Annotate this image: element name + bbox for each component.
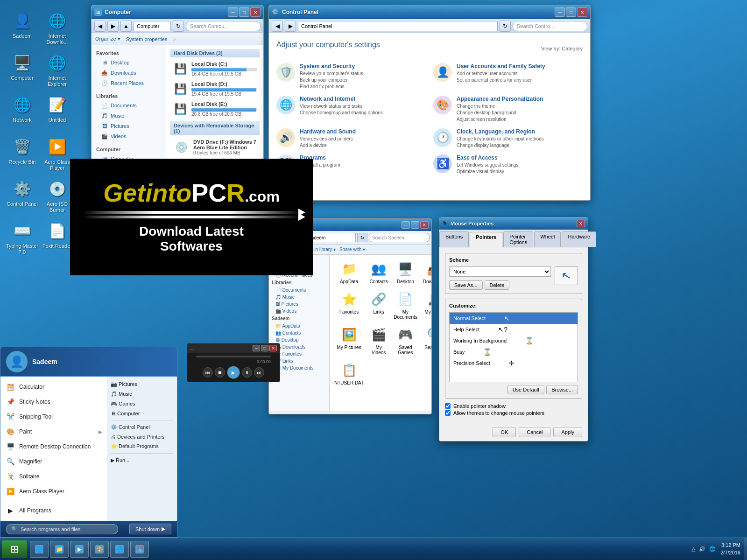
- system-security-link3[interactable]: Find and fix problems: [300, 84, 363, 90]
- fb-lib-videos[interactable]: 🎬 Videos: [269, 308, 329, 315]
- search-box[interactable]: Search Compu...: [186, 21, 261, 31]
- fb-file-mymusic[interactable]: 🎵 My Music: [421, 288, 431, 322]
- clock-title[interactable]: Clock, Language, and Region: [457, 128, 544, 135]
- desktop-icon-aero-player[interactable]: ▶️ Aero Glass Player: [40, 135, 75, 171]
- cp-maximize-btn[interactable]: □: [566, 7, 576, 17]
- desktop-icon-cp[interactable]: ⚙️ Control Panel: [5, 177, 40, 207]
- computer-minimize-btn[interactable]: ─: [228, 7, 238, 17]
- start-right-cp[interactable]: ⚙️ Control Panel: [107, 422, 177, 432]
- appearance-link2[interactable]: Change desktop background: [457, 110, 543, 116]
- computer-close-btn[interactable]: ✕: [250, 7, 261, 17]
- fb-minimize-btn[interactable]: ─: [402, 221, 410, 229]
- sidebar-pictures[interactable]: 🖼Pictures: [92, 121, 166, 131]
- cancel-btn[interactable]: Cancel: [519, 427, 550, 437]
- appearance-title[interactable]: Appearance and Personalization: [457, 96, 543, 102]
- fb-file-mydocs[interactable]: 📄 My Documents: [392, 288, 419, 322]
- desktop-icon-typing[interactable]: ⌨️ Typing Master 7.0: [5, 219, 40, 255]
- start-sticky-notes[interactable]: 📌 Sticky Notes: [0, 394, 107, 409]
- tray-network-icon[interactable]: 🌐: [709, 546, 716, 552]
- fb-maximize-btn[interactable]: □: [411, 221, 419, 229]
- forward-btn[interactable]: ▶: [107, 21, 119, 32]
- drive-d[interactable]: 💾 Local Disk (D:) 19.4 GB free of 19.5 G…: [170, 79, 260, 98]
- desktop-icon-network[interactable]: 🌐 Network: [5, 93, 40, 123]
- drive-c[interactable]: 💾 Local Disk (C:) 16.4 GB free of 19.5 G…: [170, 59, 260, 78]
- start-right-defaults[interactable]: ⭐ Default Programs: [107, 441, 177, 451]
- cursor-help-select[interactable]: Help Select ↖?: [450, 324, 578, 335]
- cp-address-bar[interactable]: Control Panel: [298, 21, 498, 31]
- fb-file-myvideos[interactable]: 🎬 My Videos: [367, 323, 390, 357]
- computer-maximize-btn[interactable]: □: [239, 7, 249, 17]
- start-aero-glass-player[interactable]: ▶️ Aero Glass Player: [0, 484, 107, 499]
- mouse-dialog-titlebar[interactable]: 🖱 Mouse Properties ✕: [439, 217, 588, 230]
- desktop-icon-aero-iso[interactable]: 💿 Aero ISO Burner: [40, 177, 75, 213]
- start-right-games[interactable]: 🎮 Games: [107, 399, 177, 409]
- up-btn[interactable]: ▲: [120, 21, 132, 32]
- ease-link1[interactable]: Let Windows suggest settings: [457, 162, 518, 168]
- mp-pause-btn[interactable]: ⏸: [242, 367, 252, 378]
- cursor-normal-select[interactable]: Normal Select ↖: [450, 313, 578, 324]
- sidebar-desktop[interactable]: 🖥Desktop: [92, 57, 166, 68]
- delete-btn[interactable]: Delete: [485, 280, 510, 290]
- fb-search-box[interactable]: Search Sadeem: [369, 233, 430, 242]
- system-props-btn[interactable]: System properties: [126, 36, 168, 42]
- system-security-link2[interactable]: Back up your computer: [300, 77, 363, 84]
- start-remote-desktop[interactable]: 🖥️ Remote Desktop Connection: [0, 439, 107, 454]
- use-default-btn[interactable]: Use Default: [507, 385, 544, 394]
- organize-btn[interactable]: Organize ▾: [95, 36, 120, 42]
- fb-file-desktop[interactable]: 🖥️ Desktop: [392, 258, 419, 286]
- desktop-icon-recycle[interactable]: 🗑️ Recycle Bin: [5, 135, 40, 165]
- mp-min-btn[interactable]: ─: [253, 345, 260, 351]
- tab-wheel[interactable]: Wheel: [534, 231, 561, 247]
- fb-file-favorites[interactable]: ⭐ Favorites: [332, 288, 366, 322]
- ease-title[interactable]: Ease of Access: [457, 154, 518, 161]
- network-cp-link1[interactable]: View network status and tasks: [300, 103, 383, 110]
- cursor-list[interactable]: Normal Select ↖ Help Select ↖? Working I…: [449, 312, 578, 382]
- desktop-icon-sadeem[interactable]: 👤 Sadeem: [5, 9, 40, 39]
- start-right-computer[interactable]: 🖥 Computer: [107, 409, 177, 418]
- taskbar-ie2-btn[interactable]: 🌐: [110, 541, 129, 558]
- mp-prev-btn[interactable]: ⏮: [203, 367, 213, 378]
- start-calculator[interactable]: 🧮 Calculator: [0, 379, 107, 394]
- cp-back-btn[interactable]: ◀: [272, 21, 283, 32]
- mouse-close-btn[interactable]: ✕: [577, 220, 585, 227]
- fb-lib-pics[interactable]: 🖼 Pictures: [269, 301, 329, 308]
- ok-btn[interactable]: OK: [493, 427, 516, 437]
- taskbar-ie-btn[interactable]: 🌐: [30, 541, 49, 558]
- cursor-busy[interactable]: Busy ⌛: [450, 346, 578, 357]
- hardware-title[interactable]: Hardware and Sound: [300, 128, 356, 135]
- taskbar-clock[interactable]: 3:12 PM 2/7/2016: [720, 542, 740, 556]
- start-right-devices[interactable]: 🖨 Devices and Printers: [107, 432, 177, 441]
- cp-minimize-btn[interactable]: ─: [555, 7, 565, 17]
- mp-titlebar[interactable]: ... ─ □ ✕: [187, 343, 280, 353]
- taskbar-paint-btn[interactable]: 🎨: [90, 541, 109, 558]
- mp-max-btn[interactable]: □: [261, 345, 268, 351]
- browse-btn[interactable]: Browse...: [546, 385, 578, 394]
- fb-refresh-btn[interactable]: ↻: [357, 233, 367, 242]
- fb-appdata[interactable]: 📁 AppData: [269, 322, 329, 329]
- clock-link1[interactable]: Change keyboards or other input methods: [457, 136, 544, 142]
- mp-play-btn[interactable]: ▶: [227, 366, 240, 379]
- cp-search-box[interactable]: Search Contro...: [513, 21, 587, 31]
- desktop-icon-computer[interactable]: 🖥️ Computer: [5, 51, 40, 81]
- desktop-icon-foxit[interactable]: 📄 Foxit Reader: [40, 219, 75, 249]
- back-btn[interactable]: ◀: [94, 21, 106, 32]
- save-as-btn[interactable]: Save As...: [449, 280, 483, 290]
- fb-file-ntuser[interactable]: 📋 NTUSER.DAT: [332, 359, 366, 387]
- computer-titlebar[interactable]: 🖥 Computer ─ □ ✕: [92, 5, 263, 19]
- show-desktop-btn[interactable]: [744, 538, 747, 560]
- taskbar-explorer-btn[interactable]: 📁: [50, 541, 69, 558]
- start-right-run[interactable]: ▶ Run...: [107, 455, 177, 465]
- user-accounts-link1[interactable]: Add or remove user accounts: [457, 70, 545, 77]
- appearance-link3[interactable]: Adjust screen resolution: [457, 116, 543, 123]
- allow-themes-checkbox[interactable]: [445, 410, 451, 416]
- start-button[interactable]: ⊞: [2, 540, 27, 558]
- fb-file-appdata[interactable]: 📁 AppData: [332, 258, 366, 286]
- start-solitaire[interactable]: 🃏 Solitaire: [0, 469, 107, 484]
- fb-lib-music[interactable]: 🎵 Music: [269, 294, 329, 301]
- start-right-music[interactable]: 🎵 Music: [107, 389, 177, 399]
- fb-file-savedgames[interactable]: 🎮 Saved Games: [392, 323, 419, 357]
- clock-link2[interactable]: Change display language: [457, 142, 544, 149]
- appearance-link1[interactable]: Change the theme: [457, 103, 543, 110]
- tab-hardware[interactable]: Hardware: [562, 231, 596, 247]
- fb-close-btn[interactable]: ✕: [420, 221, 429, 229]
